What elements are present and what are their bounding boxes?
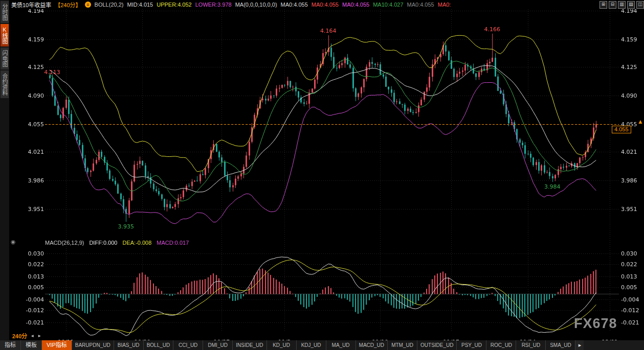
tab-指标[interactable]: 指标 <box>0 340 21 350</box>
boll-mid-value: MID:4.015 <box>127 2 153 8</box>
grid-layout-icon[interactable]: ⊞ <box>599 1 607 9</box>
window-controls: ⊞⊟▥▤◫ <box>599 1 644 9</box>
ma-value-5: MA0: <box>438 2 451 8</box>
ma-value-4: MA0:4.055 <box>407 2 434 8</box>
settings-icon[interactable]: ≡ <box>85 2 91 8</box>
macd-params-label: MACD(26,12,9) <box>45 240 84 246</box>
sidebar-item-2[interactable]: 闪电图 <box>1 48 9 69</box>
tab-ma_ud[interactable]: MA_UD <box>326 340 356 350</box>
chart-header: 美债10年收益率 【240分】 ≡ BOLL(20,2) MID:4.015 U… <box>9 0 644 9</box>
tab-roc_ud[interactable]: ROC_UD <box>486 340 516 350</box>
ma-params-label: MA(0,0,0,10,0,0) <box>235 2 277 8</box>
tab-barupdn_ud[interactable]: BARUPDN_UD <box>72 340 114 350</box>
last-price-tag: 4.055 <box>612 126 631 133</box>
tab-inside_ud[interactable]: INSIDE_UD <box>233 340 267 350</box>
macd-header: MACD(26,12,9) DIFF:0.000 DEA:-0.008 MACD… <box>45 240 189 246</box>
fx678-watermark: FX678 <box>574 316 617 332</box>
latest-price-arrow-icon[interactable]: ▲ <box>637 118 643 125</box>
tab-kd_ud[interactable]: KD_UD <box>267 340 297 350</box>
ma-values-group: MA0:4.055MA0:4.055MA0:4.055MA10:4.027MA0… <box>281 2 451 8</box>
sidebar-item-0[interactable]: 分时图 <box>1 1 9 23</box>
boll-params-label: BOLL(20,2) <box>95 2 124 8</box>
tab-dmi_ud[interactable]: DMI_UD <box>203 340 233 350</box>
tab-outside_ud[interactable]: OUTSIDE_UD <box>417 340 457 350</box>
sidebar-item-3[interactable]: 合约资料 <box>1 71 9 98</box>
macd-diff-value: DIFF:0.000 <box>89 240 117 246</box>
timeframe-label[interactable]: 【240分】 <box>55 1 81 9</box>
tab-bias_ud[interactable]: BIAS_UD <box>114 340 144 350</box>
tab-boll_ud[interactable]: BOLL_UD <box>144 340 174 350</box>
vertical-split-icon[interactable]: ▥ <box>618 1 626 9</box>
tab-psy_ud[interactable]: PSY_UD <box>457 340 486 350</box>
ma-value-3: MA10:4.027 <box>373 2 403 8</box>
sidebar-item-1[interactable]: K线图 <box>1 24 9 46</box>
horizontal-split-icon[interactable]: ⊟ <box>609 1 616 9</box>
chart-type-sidebar: 分时图K线图闪电图合约资料 <box>0 0 9 341</box>
tab-VIP指标[interactable]: VIP指标 <box>42 340 72 350</box>
tab-模板[interactable]: 模板 <box>21 340 42 350</box>
macd-dea-value: DEA:-0.008 <box>122 240 151 246</box>
indicator-tabbar: 指标模板VIP指标BARUPDN_UDBIAS_UDBOLL_UDCCI_UDD… <box>0 340 644 350</box>
tabbar-filler <box>584 340 644 350</box>
main-chart-canvas[interactable] <box>9 9 644 340</box>
tabbar-more-arrow-icon[interactable]: ▸ <box>575 340 584 350</box>
instrument-title: 美债10年收益率 <box>11 1 51 9</box>
macd-panel-toggle-icon[interactable]: ◉ <box>11 239 16 245</box>
ma-value-2: MA0:4.055 <box>342 2 369 8</box>
tab-kdj_ud[interactable]: KDJ_UD <box>297 340 326 350</box>
ma-value-0: MA0:4.055 <box>281 2 308 8</box>
tab-sma_ud[interactable]: SMA_UD <box>546 340 575 350</box>
tab-mtm_ud[interactable]: MTM_UD <box>388 340 417 350</box>
tab-cci_ud[interactable]: CCI_UD <box>173 340 203 350</box>
tab-rsi_ud[interactable]: RSI_UD <box>516 340 546 350</box>
tab-macd_ud[interactable]: MACD_UD <box>356 340 388 350</box>
quad-layout-icon[interactable]: ▤ <box>627 1 635 9</box>
boll-lower-value: LOWER:3.978 <box>195 2 232 8</box>
macd-macd-value: MACD:0.017 <box>157 240 189 246</box>
next-timeframe-icon[interactable]: ► <box>37 334 41 338</box>
dual-view-icon[interactable]: ◫ <box>636 1 644 9</box>
boll-upper-value: UPPER:4.052 <box>157 2 191 8</box>
timeframe-value: 240分 <box>12 332 27 340</box>
prev-timeframe-icon[interactable]: ◄ <box>30 334 34 338</box>
timeframe-control: 240分 ◄ ► <box>12 332 41 340</box>
ma-value-1: MA0:4.055 <box>312 2 339 8</box>
